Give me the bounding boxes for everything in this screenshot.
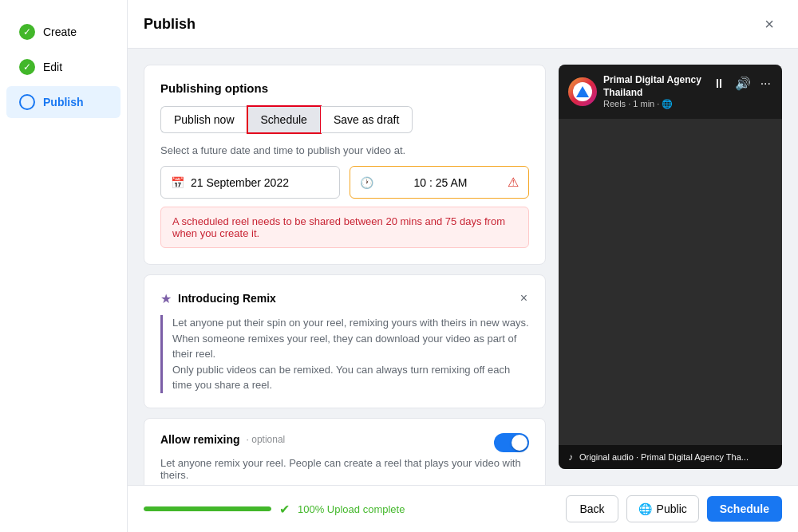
modal-title: Publish bbox=[144, 16, 196, 33]
video-area bbox=[559, 65, 782, 469]
pause-button[interactable]: ⏸ bbox=[711, 75, 727, 93]
warning-icon: ⚠ bbox=[508, 175, 519, 190]
sidebar-item-publish[interactable]: Publish bbox=[6, 86, 120, 118]
channel-text: Primal Digital Agency Thailand Reels · 1… bbox=[603, 74, 711, 109]
sidebar-item-publish-label: Publish bbox=[43, 96, 84, 108]
remix-body: Let anyone put their spin on your reel, … bbox=[160, 315, 529, 393]
tab-save-draft[interactable]: Save as draft bbox=[321, 106, 413, 133]
modal-header: Publish × bbox=[128, 0, 798, 49]
remixing-header: Allow remixing · optional bbox=[160, 433, 529, 452]
close-button[interactable]: × bbox=[757, 11, 782, 37]
sidebar-item-create-label: Create bbox=[43, 26, 77, 38]
allow-remixing-card: Allow remixing · optional Let anyone rem… bbox=[144, 418, 546, 486]
back-button[interactable]: Back bbox=[566, 495, 618, 522]
optional-label: · optional bbox=[247, 434, 286, 445]
progress-text: 100% Upload complete bbox=[298, 503, 405, 515]
channel-logo-inner bbox=[573, 82, 592, 101]
video-controls: ⏸ 🔊 ··· bbox=[711, 74, 772, 93]
audio-icon: ♪ bbox=[568, 451, 573, 463]
volume-button[interactable]: 🔊 bbox=[733, 74, 753, 93]
time-value: 10 : 25 AM bbox=[414, 176, 468, 189]
footer: ✔ 100% Upload complete Back 🌐 Public Sch… bbox=[128, 485, 798, 532]
schedule-button[interactable]: Schedule bbox=[707, 496, 782, 522]
video-bottom-bar: ♪ Original audio · Primal Digital Agency… bbox=[559, 445, 782, 469]
progress-bar-container bbox=[144, 506, 271, 511]
remix-close-button[interactable]: × bbox=[519, 290, 529, 307]
sidebar-item-create[interactable]: ✓ Create bbox=[6, 16, 120, 48]
error-message: A scheduled reel needs to be shared betw… bbox=[172, 215, 505, 239]
date-field[interactable]: 📅 21 September 2022 bbox=[160, 166, 340, 199]
sidebar-item-edit[interactable]: ✓ Edit bbox=[6, 51, 120, 83]
channel-logo-triangle bbox=[576, 86, 589, 97]
remix-line-1: Let anyone put their spin on your reel, … bbox=[172, 315, 529, 331]
channel-logo bbox=[568, 77, 597, 106]
channel-meta: Reels · 1 min · 🌐 bbox=[603, 99, 711, 109]
clock-icon: 🕐 bbox=[360, 176, 373, 189]
date-value: 21 September 2022 bbox=[191, 176, 289, 189]
remix-header-left: ★ Introducing Remix bbox=[160, 291, 276, 306]
video-preview: Primal Digital Agency Thailand Reels · 1… bbox=[559, 65, 782, 469]
calendar-icon: 📅 bbox=[171, 176, 184, 189]
channel-name: Primal Digital Agency Thailand bbox=[603, 74, 711, 99]
footer-left: ✔ 100% Upload complete bbox=[144, 502, 405, 517]
more-options-button[interactable]: ··· bbox=[759, 75, 772, 93]
publishing-tabs: Publish now Schedule Save as draft bbox=[160, 106, 529, 133]
remix-line-2: When someone remixes your reel, they can… bbox=[172, 331, 529, 362]
time-field[interactable]: 🕐 10 : 25 AM ⚠ bbox=[350, 166, 529, 199]
tab-schedule[interactable]: Schedule bbox=[247, 106, 321, 133]
remixing-toggle[interactable] bbox=[494, 433, 529, 452]
edit-check-icon: ✓ bbox=[19, 59, 35, 75]
error-banner: A scheduled reel needs to be shared betw… bbox=[160, 207, 529, 248]
remixing-title-group: Allow remixing · optional bbox=[160, 433, 285, 446]
sidebar: ✓ Create ✓ Edit Publish bbox=[0, 0, 128, 532]
public-label: Public bbox=[657, 502, 687, 515]
remix-card: ★ Introducing Remix × Let anyone put the… bbox=[144, 274, 546, 408]
schedule-description: Select a future date and time to publish… bbox=[160, 144, 529, 156]
right-panel: Primal Digital Agency Thailand Reels · 1… bbox=[559, 65, 782, 469]
remixing-desc: Let anyone remix your reel. People can c… bbox=[160, 457, 529, 481]
remix-title: Introducing Remix bbox=[178, 292, 276, 305]
remix-header: ★ Introducing Remix × bbox=[160, 290, 529, 307]
progress-bar-fill bbox=[144, 506, 271, 511]
create-check-icon: ✓ bbox=[19, 24, 35, 40]
publishing-options-title: Publishing options bbox=[160, 81, 529, 95]
remix-line-3: Only public videos can be remixed. You c… bbox=[172, 362, 529, 393]
remixing-title: Allow remixing bbox=[160, 433, 240, 446]
channel-info: Primal Digital Agency Thailand Reels · 1… bbox=[568, 74, 711, 109]
star-icon: ★ bbox=[160, 291, 172, 306]
public-globe-icon: 🌐 bbox=[638, 502, 652, 515]
audio-text: Original audio · Primal Digital Agency T… bbox=[579, 452, 749, 462]
content-body: Publishing options Publish now Schedule … bbox=[128, 49, 798, 485]
tab-publish-now[interactable]: Publish now bbox=[160, 106, 247, 133]
footer-right: Back 🌐 Public Schedule bbox=[566, 495, 782, 522]
progress-check-icon: ✔ bbox=[279, 502, 290, 517]
date-time-row: 📅 21 September 2022 🕐 10 : 25 AM ⚠ bbox=[160, 166, 529, 199]
sidebar-item-edit-label: Edit bbox=[43, 61, 62, 73]
left-panel: Publishing options Publish now Schedule … bbox=[144, 65, 546, 469]
main-content: Publish × Publishing options Publish now… bbox=[128, 0, 798, 532]
publishing-options-card: Publishing options Publish now Schedule … bbox=[144, 65, 546, 265]
publish-circle-icon bbox=[19, 94, 35, 110]
video-top-bar: Primal Digital Agency Thailand Reels · 1… bbox=[559, 65, 782, 119]
public-button[interactable]: 🌐 Public bbox=[626, 495, 699, 522]
